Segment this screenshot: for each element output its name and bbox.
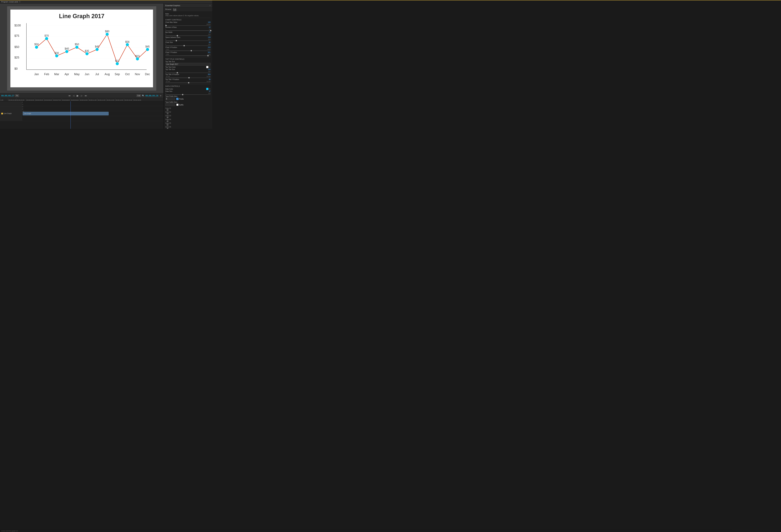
- chart-y-slider[interactable]: [165, 55, 211, 56]
- chart-x-slider[interactable]: [165, 50, 211, 51]
- prefix-input[interactable]: [165, 97, 175, 100]
- track-label-clip: Line Graph: [0, 111, 23, 116]
- chart-size-slider[interactable]: [165, 46, 211, 46]
- top-text-color-swatch[interactable]: [206, 66, 208, 68]
- title-text-input[interactable]: [165, 63, 211, 65]
- max-value[interactable]: 100: [208, 21, 211, 23]
- fit-button[interactable]: Fit: [15, 94, 19, 97]
- top-title-x-min: -32768: [165, 76, 170, 77]
- chart-y-row: Chart Y Position 931: [165, 51, 211, 53]
- chart-x-value[interactable]: 243: [208, 46, 211, 48]
- play-button[interactable]: ▶: [76, 94, 79, 97]
- data-size-slider[interactable]: [165, 94, 211, 95]
- ruler-tick: 00;00;09;00: [71, 98, 79, 101]
- note-label: Note:: [165, 13, 211, 15]
- svg-text:Mar: Mar: [54, 73, 59, 76]
- chart-size-value[interactable]: 80: [209, 41, 211, 43]
- top-title-size-label: Top Title Size: [165, 69, 175, 70]
- num-bars-value[interactable]: 12: [209, 27, 211, 28]
- num-bars-row: Number of Bars 12: [165, 27, 211, 28]
- svg-text:$50: $50: [34, 43, 39, 46]
- chart-x-max: 1920: [207, 49, 211, 50]
- timecode-left[interactable]: 00;00;08;27: [1, 95, 14, 97]
- step-forward-button[interactable]: ⏭: [84, 94, 87, 97]
- chart-y-value[interactable]: 931: [208, 51, 211, 53]
- canvas-outer: Line Graph 2017 $100 $75 $50 $25 $0: [7, 6, 156, 91]
- prev-frame-button[interactable]: ◁: [72, 94, 75, 97]
- track-name: Line Graph: [4, 113, 11, 115]
- suffix-label: Suffix: [179, 104, 183, 106]
- top-text-color-label: Top Text Color: [165, 66, 176, 68]
- svg-point-21: [136, 57, 139, 60]
- num-bars-slider[interactable]: [165, 31, 211, 31]
- data-size-value[interactable]: 37: [209, 90, 211, 92]
- bar-width-label: Bar Width: [165, 32, 172, 33]
- top-title-size-slider[interactable]: [165, 73, 211, 73]
- timecode-right[interactable]: 00;00;04;16: [146, 95, 158, 97]
- add-track-button[interactable]: +: [159, 94, 162, 97]
- track-clip[interactable]: Line Graph: [23, 112, 109, 115]
- timeline-left-numbers: 3 -3 -6 -9 -12 -15: [22, 101, 24, 115]
- space-between-max: 600: [208, 39, 211, 40]
- top-title-y-value[interactable]: 86: [209, 79, 211, 80]
- ruler-tick: 00;00;12;00: [97, 98, 106, 101]
- track-icon: [1, 113, 3, 115]
- pen-icon[interactable]: ✏: [209, 66, 211, 68]
- chart-size-label: Chart Size: [165, 41, 173, 43]
- svg-point-12: [45, 37, 48, 40]
- list-item: Data 03 30: [165, 115, 211, 119]
- main-layout: Line Graph 2017 $100 $75 $50 $25 $0: [0, 4, 212, 129]
- data-size-row: Data Size 37: [165, 90, 211, 92]
- bar-width-value[interactable]: 75: [209, 32, 211, 33]
- top-title-y-row: Top Title Y Position 86: [165, 79, 211, 80]
- data-color-swatch[interactable]: [206, 88, 208, 90]
- space-between-slider[interactable]: [165, 41, 211, 41]
- note-text: Only uses values above 0. No negative va…: [165, 15, 211, 16]
- prefix-checkbox[interactable]: [176, 98, 178, 100]
- zoom-icon: 🔍: [142, 95, 145, 97]
- top-title-size-value[interactable]: 100: [208, 69, 211, 70]
- svg-text:Nov: Nov: [135, 73, 140, 76]
- bar-width-slider[interactable]: [165, 36, 211, 36]
- suffix-input[interactable]: [165, 103, 175, 106]
- full-button[interactable]: Full: [136, 94, 141, 97]
- svg-text:$50: $50: [75, 43, 79, 46]
- step-back-button[interactable]: ⏮: [68, 94, 71, 97]
- num-bars-label: Number of Bars: [165, 27, 177, 28]
- title-text-label: Top Title Text: [165, 61, 211, 62]
- chart-size-slider-row: 0 200: [165, 44, 211, 46]
- tab-edit[interactable]: Edit: [173, 8, 176, 11]
- suffix-checkbox[interactable]: [176, 104, 178, 106]
- svg-text:$75: $75: [14, 34, 19, 37]
- list-item: Data 04 40: [165, 119, 211, 122]
- tab-browse[interactable]: Browse: [165, 8, 171, 11]
- max-value-slider[interactable]: [165, 26, 211, 26]
- next-frame-button[interactable]: ▷: [80, 94, 83, 97]
- data-size-min: 0: [165, 92, 166, 94]
- data-items-list: Data 01 50 Data 02 70 Data 03 30 Data 04…: [165, 107, 211, 129]
- svg-text:$0: $0: [14, 67, 18, 70]
- max-value-slider-row: 0 80000: [165, 24, 211, 26]
- top-title-x-slider[interactable]: [165, 78, 211, 78]
- max-slider-max: 80000: [207, 24, 211, 25]
- max-value-row: Chart Max Value 100: [165, 21, 211, 23]
- data-pen-icon[interactable]: ✏: [209, 88, 211, 90]
- top-title-x-value[interactable]: 956: [208, 74, 211, 75]
- top-text-color-swatch-row: ✏: [206, 66, 211, 68]
- eg-menu-icon[interactable]: ≡: [210, 5, 211, 6]
- data-size-label: Data Size: [165, 90, 172, 92]
- track-content-empty2: [23, 106, 163, 111]
- top-title-y-max: 32768: [207, 81, 211, 82]
- top-title-controls-header: TOP TITLE CONTROLS: [165, 57, 211, 60]
- preview-area: Line Graph 2017 $100 $75 $50 $25 $0: [0, 4, 164, 129]
- top-title-size-slider-row: 0 400: [165, 71, 211, 73]
- bar-width-min: 0: [165, 34, 166, 35]
- track-label-empty1: [0, 101, 23, 106]
- top-title-x-slider-row: -32768 32768: [165, 76, 211, 78]
- svg-text:$35: $35: [85, 50, 89, 52]
- list-item: Data 01 50: [165, 107, 211, 111]
- track-content-empty1: [23, 101, 163, 106]
- top-title-y-slider[interactable]: [165, 83, 211, 83]
- space-between-value[interactable]: 138: [208, 37, 211, 38]
- top-title-size-row: Top Title Size 100: [165, 69, 211, 70]
